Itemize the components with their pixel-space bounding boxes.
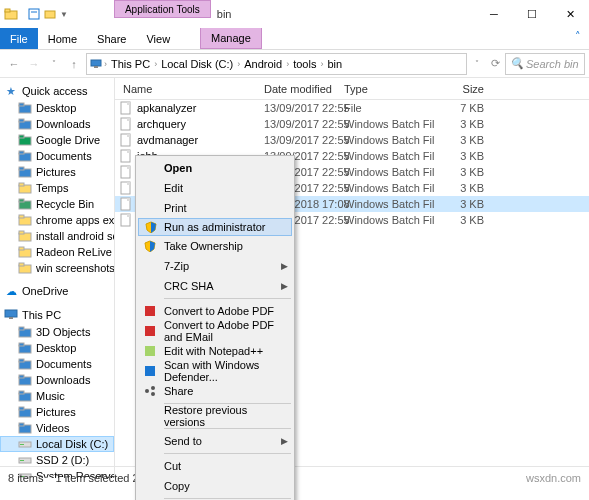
- sidebar-item[interactable]: chrome apps extens: [0, 212, 114, 228]
- search-icon: 🔍: [510, 57, 524, 70]
- nav-up-button[interactable]: ↑: [64, 54, 84, 74]
- file-icon: [119, 213, 133, 227]
- qat-dropdown-icon[interactable]: ▼: [60, 10, 68, 19]
- context-menu-item[interactable]: Print: [138, 198, 292, 218]
- address-bar: ← → ˅ ↑ › This PC› Local Disk (C:)› Andr…: [0, 50, 589, 78]
- file-size: 7 KB: [434, 102, 494, 114]
- column-date[interactable]: Date modified: [264, 83, 344, 95]
- svg-rect-69: [127, 198, 130, 201]
- tab-manage[interactable]: Manage: [200, 28, 262, 49]
- qat-properties-icon[interactable]: [28, 8, 40, 20]
- sidebar-item[interactable]: Documents: [0, 148, 114, 164]
- sidebar-quick-access[interactable]: ★Quick access: [0, 82, 114, 100]
- sidebar-item[interactable]: Downloads: [0, 116, 114, 132]
- sidebar-item[interactable]: Local Disk (C:): [0, 436, 114, 452]
- sidebar-item[interactable]: Desktop: [0, 100, 114, 116]
- ribbon-expand-icon[interactable]: ˄: [567, 28, 589, 49]
- nav-recent-button[interactable]: ˅: [44, 54, 64, 74]
- context-menu-item[interactable]: Send to▶: [138, 431, 292, 451]
- tab-view[interactable]: View: [136, 28, 180, 49]
- navigation-pane[interactable]: ★Quick access DesktopDownloadsGoogle Dri…: [0, 78, 115, 478]
- column-name[interactable]: Name: [119, 83, 264, 95]
- context-menu-item[interactable]: Convert to Adobe PDF and EMail: [138, 321, 292, 341]
- context-menu-item[interactable]: Open: [138, 158, 292, 178]
- shield-icon: [143, 219, 159, 235]
- context-menu-item[interactable]: Edit with Notepad++: [138, 341, 292, 361]
- breadcrumb[interactable]: › This PC› Local Disk (C:)› Android› too…: [86, 53, 467, 75]
- svg-rect-16: [19, 167, 24, 170]
- svg-rect-32: [19, 327, 24, 330]
- search-input[interactable]: 🔍Search bin: [505, 53, 585, 75]
- minimize-button[interactable]: ─: [475, 0, 513, 28]
- sidebar-item[interactable]: 3D Objects: [0, 324, 114, 340]
- context-separator: [164, 453, 291, 454]
- column-type[interactable]: Type: [344, 83, 434, 95]
- sidebar-item[interactable]: Documents: [0, 356, 114, 372]
- context-menu-item[interactable]: Take Ownership: [138, 236, 292, 256]
- context-menu-item[interactable]: Restore previous versions: [138, 406, 292, 426]
- refresh-button[interactable]: ⟳: [487, 57, 503, 70]
- context-item-label: Share: [164, 385, 193, 397]
- sidebar-item[interactable]: Temps: [0, 180, 114, 196]
- context-menu-item[interactable]: Scan with Windows Defender...: [138, 361, 292, 381]
- context-item-label: CRC SHA: [164, 280, 214, 292]
- qat-new-folder-icon[interactable]: [44, 8, 56, 20]
- close-button[interactable]: ✕: [551, 0, 589, 28]
- pdf-icon: [142, 323, 158, 339]
- doc-icon: [18, 357, 32, 371]
- context-menu-item[interactable]: Copy: [138, 476, 292, 496]
- breadcrumb-item[interactable]: Android: [241, 54, 285, 74]
- context-menu-item[interactable]: Run as administrator: [138, 218, 292, 236]
- sidebar-item[interactable]: Music: [0, 388, 114, 404]
- sidebar-item[interactable]: Pictures: [0, 164, 114, 180]
- sidebar-item-label: Music: [36, 390, 65, 402]
- context-menu-item[interactable]: Convert to Adobe PDF: [138, 301, 292, 321]
- context-menu-item[interactable]: 7-Zip▶: [138, 256, 292, 276]
- context-menu-item[interactable]: Share: [138, 381, 292, 401]
- nav-forward-button[interactable]: →: [24, 54, 44, 74]
- context-menu[interactable]: OpenEditPrintRun as administratorTake Ow…: [135, 155, 295, 500]
- maximize-button[interactable]: ☐: [513, 0, 551, 28]
- sidebar-this-pc[interactable]: This PC: [0, 306, 114, 324]
- music-icon: [18, 389, 32, 403]
- column-headers[interactable]: Name Date modified Type Size: [115, 78, 589, 100]
- sidebar-item[interactable]: Pictures: [0, 404, 114, 420]
- nav-back-button[interactable]: ←: [4, 54, 24, 74]
- sidebar-item[interactable]: Google Drive: [0, 132, 114, 148]
- breadcrumb-item[interactable]: This PC: [108, 54, 153, 74]
- file-row[interactable]: archquery13/09/2017 22:55Windows Batch F…: [115, 116, 589, 132]
- breadcrumb-item[interactable]: Local Disk (C:): [158, 54, 236, 74]
- sidebar-item[interactable]: Radeon ReLive: [0, 244, 114, 260]
- sidebar-onedrive[interactable]: ☁OneDrive: [0, 282, 114, 300]
- breadcrumb-item[interactable]: bin: [324, 54, 345, 74]
- svg-rect-44: [19, 423, 24, 426]
- context-menu-item[interactable]: Edit: [138, 178, 292, 198]
- sidebar-item[interactable]: Recycle Bin: [0, 196, 114, 212]
- svg-rect-4: [45, 11, 55, 18]
- breadcrumb-item[interactable]: tools: [290, 54, 319, 74]
- sidebar-item[interactable]: Videos: [0, 420, 114, 436]
- context-item-label: Convert to Adobe PDF: [164, 305, 274, 317]
- context-item-label: Copy: [164, 480, 190, 492]
- file-size: 3 KB: [434, 198, 494, 210]
- file-row[interactable]: avdmanager13/09/2017 22:55Windows Batch …: [115, 132, 589, 148]
- sidebar-item[interactable]: win screenshots: [0, 260, 114, 276]
- context-item-label: Edit with Notepad++: [164, 345, 263, 357]
- sidebar-item[interactable]: Downloads: [0, 372, 114, 388]
- svg-rect-10: [19, 119, 24, 122]
- file-row[interactable]: apkanalyzer13/09/2017 22:55File7 KB: [115, 100, 589, 116]
- tab-home[interactable]: Home: [38, 28, 87, 49]
- svg-rect-42: [19, 407, 24, 410]
- context-menu-item[interactable]: Cut: [138, 456, 292, 476]
- context-menu-item[interactable]: CRC SHA▶: [138, 276, 292, 296]
- sidebar-item-label: Google Drive: [36, 134, 100, 146]
- sidebar-item[interactable]: Desktop: [0, 340, 114, 356]
- watermark: wsxdn.com: [526, 472, 581, 484]
- sidebar-item-label: Pictures: [36, 166, 76, 178]
- tab-file[interactable]: File: [0, 28, 38, 49]
- history-dropdown-icon[interactable]: ˅: [469, 59, 485, 68]
- quick-access-toolbar: ▼: [0, 0, 74, 28]
- sidebar-item[interactable]: install android sdk: [0, 228, 114, 244]
- tab-share[interactable]: Share: [87, 28, 136, 49]
- column-size[interactable]: Size: [434, 83, 494, 95]
